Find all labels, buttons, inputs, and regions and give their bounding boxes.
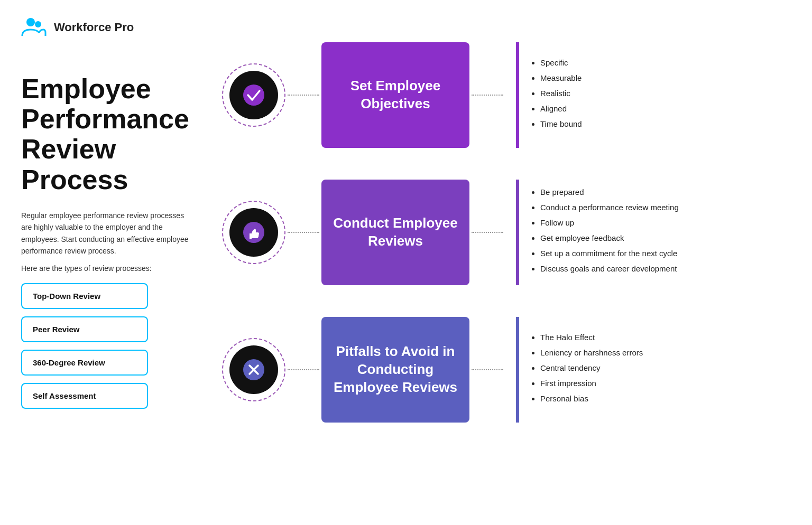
bullet-feedback: Get employee feedback xyxy=(540,232,812,243)
svg-point-2 xyxy=(243,85,264,106)
cross-icon xyxy=(242,358,265,381)
connector-line-4 xyxy=(472,232,503,233)
thumbsup-icon xyxy=(242,221,265,244)
bullet-measurable: Measurable xyxy=(540,72,812,83)
flow-area: Set Employee Objectives Specific Measura… xyxy=(222,42,812,423)
svg-point-0 xyxy=(26,18,35,26)
reviews-icon-wrapper xyxy=(222,201,285,264)
bullet-leniency: Leniency or harshness errors xyxy=(540,347,812,358)
objectives-bullets: Specific Measurable Realistic Aligned Ti… xyxy=(530,57,812,134)
pitfalls-label: Pitfalls to Avoid in Conducting Employee… xyxy=(321,334,469,405)
bullet-conduct-meeting: Conduct a performance review meeting xyxy=(540,202,812,213)
bullet-impression: First impression xyxy=(540,378,812,389)
flow-row-pitfalls: Pitfalls to Avoid in Conducting Employee… xyxy=(222,317,812,423)
accent-bar-pitfalls xyxy=(516,317,519,423)
self-assessment-button[interactable]: Self Assessment xyxy=(21,383,148,409)
connector-line-1 xyxy=(288,95,319,96)
objectives-label: Set Employee Objectives xyxy=(321,69,469,121)
flow-row-objectives: Set Employee Objectives Specific Measura… xyxy=(222,42,812,148)
bullet-prepared: Be prepared xyxy=(540,186,812,198)
solid-circle-pitfalls xyxy=(229,345,278,394)
bullet-follow-up: Follow up xyxy=(540,217,812,228)
bullet-halo: The Halo Effect xyxy=(540,332,812,343)
reviews-label: Conduct Employee Reviews xyxy=(321,206,469,259)
pitfalls-box: Pitfalls to Avoid in Conducting Employee… xyxy=(321,317,469,423)
bullet-timebound: Time bound xyxy=(540,118,812,129)
connector-line-5 xyxy=(288,369,319,370)
bullet-central: Central tendency xyxy=(540,362,812,373)
left-panel: Employee Performance Review Process Regu… xyxy=(21,74,190,416)
review-types-label: Here are the types of review processes: xyxy=(21,264,190,273)
bullet-aligned: Aligned xyxy=(540,103,812,114)
workforce-logo-icon xyxy=(21,15,47,40)
main-title: Employee Performance Review Process xyxy=(21,74,190,195)
connector-line-2 xyxy=(472,95,503,96)
bullet-bias: Personal bias xyxy=(540,393,812,404)
bullet-realistic: Realistic xyxy=(540,88,812,99)
bullet-specific: Specific xyxy=(540,57,812,68)
reviews-box: Conduct Employee Reviews xyxy=(321,180,469,285)
bullet-goals: Discuss goals and career development xyxy=(540,263,812,274)
objectives-icon-wrapper xyxy=(222,63,285,127)
connector-line-6 xyxy=(472,369,503,370)
bullet-commitment: Set up a commitment for the next cycle xyxy=(540,248,812,259)
solid-circle-objectives xyxy=(229,71,278,119)
objectives-box: Set Employee Objectives xyxy=(321,42,469,148)
360-degree-review-button[interactable]: 360-Degree Review xyxy=(21,350,148,376)
connector-line-3 xyxy=(288,232,319,233)
pitfalls-bullets: The Halo Effect Leniency or harshness er… xyxy=(530,332,812,408)
top-down-review-button[interactable]: Top-Down Review xyxy=(21,283,148,309)
accent-bar-reviews xyxy=(516,180,519,285)
pitfalls-icon-wrapper xyxy=(222,338,285,401)
reviews-bullets: Be prepared Conduct a performance review… xyxy=(530,186,812,278)
brand-name: Workforce Pro xyxy=(54,21,134,34)
svg-point-1 xyxy=(35,21,41,27)
accent-bar-objectives xyxy=(516,42,519,148)
checkmark-icon xyxy=(242,83,265,107)
flow-row-reviews: Conduct Employee Reviews Be prepared Con… xyxy=(222,180,812,285)
description-1: Regular employee performance review proc… xyxy=(21,210,190,257)
solid-circle-reviews xyxy=(229,208,278,257)
peer-review-button[interactable]: Peer Review xyxy=(21,316,148,342)
